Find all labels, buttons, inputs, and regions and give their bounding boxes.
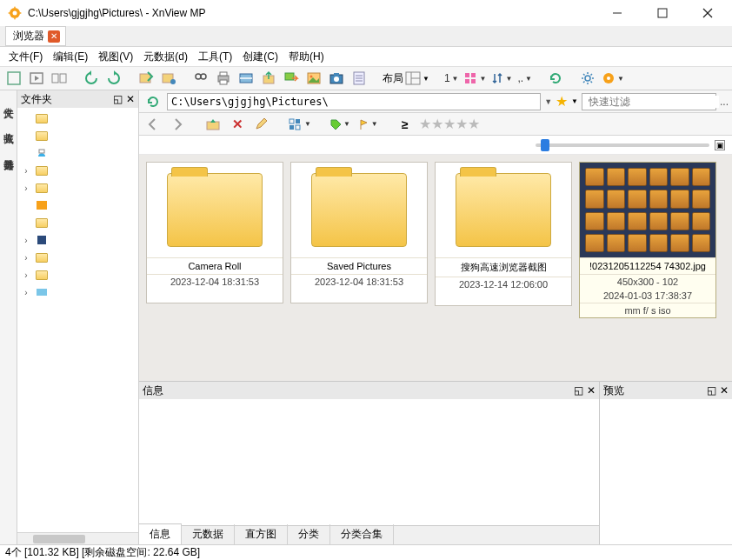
up-folder-icon[interactable]	[203, 114, 223, 135]
select-icon[interactable]: ▼	[287, 118, 313, 130]
picture-icon[interactable]	[303, 68, 324, 89]
tree-item[interactable]	[19, 197, 136, 214]
thumb-image[interactable]: !0231205112254 74302.jpg 450x300 - 102 2…	[579, 162, 716, 318]
flag-icon[interactable]: ▼	[356, 118, 380, 130]
tab-classify[interactable]: 分类	[288, 524, 330, 544]
zoom-slider[interactable]	[536, 143, 709, 147]
search-icon[interactable]	[190, 68, 211, 89]
close-icon[interactable]: ✕	[126, 93, 135, 105]
tree-item[interactable]: ›	[19, 179, 136, 197]
favorite-icon[interactable]: ★	[556, 93, 568, 110]
path-input[interactable]	[167, 93, 541, 110]
num-selector[interactable]: 1▼	[443, 72, 461, 84]
image-thumb	[580, 163, 715, 258]
menu-metadata[interactable]: 元数据(d)	[138, 48, 193, 66]
print-icon[interactable]	[213, 68, 234, 89]
export-icon[interactable]	[258, 68, 279, 89]
tree-item[interactable]: ›	[19, 283, 136, 301]
svg-rect-51	[289, 125, 294, 130]
filter-input[interactable]	[589, 96, 719, 108]
info-body	[139, 399, 599, 525]
settings-icon[interactable]	[577, 68, 598, 89]
undock-icon[interactable]: ◱	[707, 384, 716, 397]
tab-info[interactable]: 信息	[139, 523, 182, 544]
svg-point-12	[170, 79, 176, 84]
thumb-folder[interactable]: 搜狗高速浏览器截图 2023-12-14 12:06:00	[435, 162, 572, 306]
tab-collection[interactable]: 分类合集	[330, 524, 394, 544]
metadata-icon[interactable]	[349, 68, 369, 89]
about-icon[interactable]: ▼	[600, 71, 626, 85]
menu-help[interactable]: 帮助(H)	[283, 48, 329, 66]
menu-tools[interactable]: 工具(T)	[193, 48, 237, 66]
rotate-right-icon[interactable]	[103, 68, 124, 89]
undock-icon[interactable]: ◱	[113, 93, 123, 105]
rating-stars[interactable]: ★★★★★	[419, 116, 480, 132]
main-toolbar: 布局 ▼ 1▼ ▼ ▼ ,.▼ ▼	[0, 66, 732, 90]
close-icon[interactable]: ✕	[720, 384, 729, 397]
rename-icon[interactable]	[251, 114, 272, 135]
tab-browser[interactable]: 浏览器 ✕	[5, 26, 66, 46]
thumb-view-selector[interactable]: ▼	[462, 72, 489, 84]
forward-icon[interactable]	[167, 114, 188, 135]
thumb-folder[interactable]: Saved Pictures 2023-12-04 18:31:53	[290, 162, 428, 303]
scan-icon[interactable]	[236, 68, 256, 89]
compare-icon[interactable]	[49, 68, 70, 89]
batch-rename-icon[interactable]	[158, 68, 179, 89]
sort-selector[interactable]: ▼	[489, 72, 514, 84]
svg-rect-17	[220, 72, 227, 76]
tree-item[interactable]	[19, 214, 136, 231]
address-bar: ▼ ★▼ ...	[139, 90, 732, 113]
rotate-left-icon[interactable]	[81, 68, 102, 89]
convert-image-icon[interactable]	[281, 68, 302, 89]
undock-icon[interactable]: ◱	[574, 384, 583, 397]
thumb-folder[interactable]: Camera Roll 2023-12-04 18:31:53	[146, 162, 283, 303]
slideshow-icon[interactable]	[26, 68, 47, 89]
svg-rect-43	[37, 201, 47, 210]
menu-view[interactable]: 视图(V)	[93, 48, 138, 66]
tab-histogram[interactable]: 直方图	[235, 524, 288, 544]
batch-convert-icon[interactable]	[136, 68, 156, 89]
address-dropdown-icon[interactable]: ▼	[544, 97, 552, 106]
tree-item[interactable]	[19, 110, 136, 127]
zoom-bar: ▣	[139, 136, 732, 155]
refresh-icon[interactable]	[545, 68, 566, 89]
separator	[435, 69, 439, 88]
tree-item[interactable]: ›	[19, 249, 136, 266]
svg-rect-44	[37, 236, 46, 244]
close-icon[interactable]: ✕	[587, 384, 596, 397]
menu-create[interactable]: 创建(C)	[237, 48, 283, 66]
tree-item[interactable]	[19, 144, 136, 162]
tree-header: 文件夹 ◱ ✕	[17, 90, 138, 108]
zoom-large-icon[interactable]: ▣	[715, 140, 725, 150]
punct-selector[interactable]: ,.▼	[516, 72, 534, 84]
ge-icon[interactable]: ≥	[395, 114, 416, 135]
svg-rect-6	[8, 72, 20, 84]
more-icon[interactable]: ...	[720, 96, 729, 108]
capture-icon[interactable]	[326, 68, 347, 89]
layout-selector[interactable]: 布局 ▼	[381, 71, 431, 86]
menu-file[interactable]: 文件(F)	[3, 48, 48, 66]
fullscreen-icon[interactable]	[3, 68, 24, 89]
tree-item[interactable]: ›	[19, 162, 136, 179]
titlebar: C:\Users\gjgjhg\Pictures\ - XnView MP	[0, 0, 732, 26]
tree-scrollbar[interactable]	[17, 532, 138, 544]
tree-item[interactable]	[19, 127, 136, 144]
folder-tree-panel: 文件夹 ◱ ✕ › › › › › ›	[17, 90, 139, 544]
refresh-icon[interactable]	[143, 91, 163, 112]
close-button[interactable]	[690, 1, 725, 25]
menu-edit[interactable]: 编辑(E)	[48, 48, 93, 66]
tree-item[interactable]: ›	[19, 266, 136, 283]
delete-icon[interactable]: ✕	[227, 114, 248, 135]
maximize-button[interactable]	[645, 1, 680, 25]
folder-icon	[311, 173, 407, 247]
minimize-button[interactable]	[600, 1, 635, 25]
thumbnail-grid[interactable]: Camera Roll 2023-12-04 18:31:53 Saved Pi…	[139, 155, 732, 381]
tab-meta[interactable]: 元数据	[182, 524, 235, 544]
svg-rect-37	[465, 79, 469, 83]
tree-item[interactable]: ›	[19, 231, 136, 249]
tag-icon[interactable]: ▼	[328, 118, 352, 130]
filter-box[interactable]	[582, 93, 716, 110]
tree-body[interactable]: › › › › › ›	[17, 108, 138, 532]
back-icon[interactable]	[143, 114, 163, 135]
close-icon[interactable]: ✕	[48, 30, 60, 43]
